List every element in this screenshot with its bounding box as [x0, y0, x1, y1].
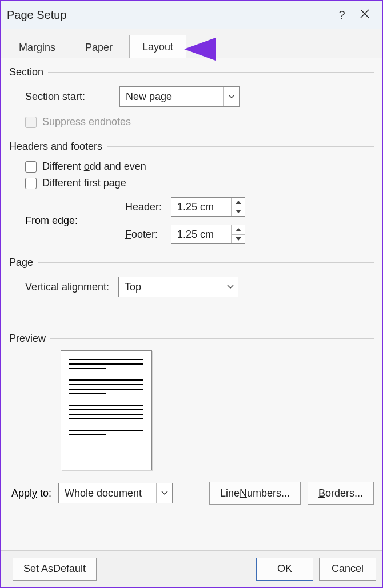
- preview-page-icon: [61, 350, 152, 470]
- close-icon[interactable]: [353, 9, 376, 21]
- vertical-alignment-combo[interactable]: Top: [118, 277, 238, 297]
- group-page: Page Vertical alignment: Top: [9, 257, 374, 299]
- group-preview: Preview: [9, 333, 374, 470]
- ok-button[interactable]: OK: [256, 558, 313, 581]
- chevron-down-icon[interactable]: [156, 483, 172, 503]
- group-preview-heading: Preview: [9, 333, 50, 345]
- page-setup-dialog: Page Setup ? Margins Paper Layout Sectio…: [0, 0, 383, 588]
- section-start-value: New page: [120, 91, 223, 103]
- group-page-heading: Page: [9, 257, 38, 269]
- spin-up-icon[interactable]: [232, 225, 245, 235]
- dialog-footer: Set As Default OK Cancel: [1, 550, 382, 587]
- group-headers-heading: Headers and footers: [9, 141, 107, 153]
- header-distance-value: 1.25 cm: [171, 198, 231, 216]
- dialog-title: Page Setup: [7, 9, 330, 22]
- help-icon[interactable]: ?: [330, 9, 353, 22]
- apply-to-combo[interactable]: Whole document: [58, 483, 173, 503]
- different-first-page-checkbox[interactable]: [25, 178, 37, 189]
- svg-marker-2: [236, 201, 241, 204]
- header-distance-spinner[interactable]: 1.25 cm: [171, 197, 245, 217]
- suppress-endnotes-label: Suppress endnotes: [42, 116, 131, 128]
- from-edge-label: From edge:: [25, 215, 78, 226]
- different-odd-even-checkbox[interactable]: [25, 161, 37, 173]
- suppress-endnotes-checkbox: [25, 117, 37, 128]
- apply-to-value: Whole document: [59, 487, 156, 499]
- spin-down-icon[interactable]: [232, 235, 245, 244]
- tab-paper[interactable]: Paper: [72, 35, 126, 58]
- dialog-content: Section Section start: New page Suppress…: [1, 58, 382, 550]
- line-numbers-button[interactable]: Line Numbers...: [209, 482, 301, 505]
- tabstrip: Margins Paper Layout: [1, 29, 382, 58]
- section-start-combo[interactable]: New page: [119, 86, 240, 107]
- chevron-down-icon[interactable]: [223, 87, 239, 106]
- spin-down-icon[interactable]: [232, 207, 245, 217]
- header-distance-label: Header:: [125, 201, 171, 213]
- tab-layout[interactable]: Layout: [129, 35, 186, 58]
- footer-distance-value: 1.25 cm: [171, 225, 231, 243]
- apply-to-label: Apply to:: [11, 487, 51, 499]
- different-first-page-label: Different first page: [42, 177, 126, 189]
- footer-distance-spinner[interactable]: 1.25 cm: [171, 225, 245, 244]
- group-headers-footers: Headers and footers Different odd and ev…: [9, 141, 374, 246]
- group-section: Section Section start: New page Suppress…: [9, 66, 374, 130]
- footer-distance-label: Footer:: [125, 229, 171, 241]
- set-as-default-button[interactable]: Set As Default: [13, 558, 97, 581]
- borders-button[interactable]: Borders...: [308, 482, 374, 505]
- vertical-alignment-value: Top: [119, 281, 222, 293]
- different-odd-even-label: Different odd and even: [42, 161, 146, 173]
- section-start-label: Section start:: [25, 91, 85, 103]
- group-section-heading: Section: [9, 66, 48, 78]
- spin-up-icon[interactable]: [232, 198, 245, 207]
- svg-marker-3: [236, 210, 241, 213]
- vertical-alignment-label: Vertical alignment:: [25, 281, 109, 293]
- chevron-down-icon[interactable]: [222, 277, 238, 297]
- tab-margins[interactable]: Margins: [6, 35, 69, 58]
- cancel-button[interactable]: Cancel: [319, 558, 376, 581]
- titlebar: Page Setup ?: [1, 1, 382, 29]
- svg-marker-5: [236, 237, 241, 241]
- apply-row: Apply to: Whole document Line Numbers...…: [9, 481, 374, 513]
- svg-marker-4: [236, 228, 241, 231]
